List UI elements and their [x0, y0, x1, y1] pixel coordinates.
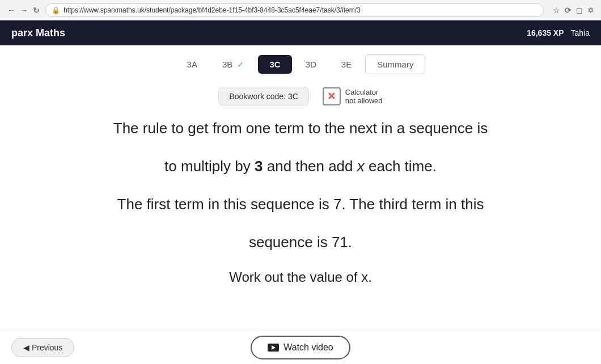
reload-icon[interactable]: ⟳ — [565, 6, 572, 15]
question-line4: sequence is 71. — [57, 231, 544, 253]
q-text-4b: . — [348, 234, 352, 251]
tab-navigation: 3A 3B ✓ 3C 3D 3E Summary — [0, 45, 601, 81]
lock-icon: 🔒 — [52, 6, 60, 14]
tab-3C[interactable]: 3C — [258, 55, 291, 74]
calc-line2: not allowed — [345, 96, 383, 105]
q-text-3a: The first term in this sequence is — [117, 196, 333, 213]
q-number-71: 71 — [332, 234, 348, 251]
app-title: parx Maths — [11, 27, 65, 39]
calculator-icon — [323, 87, 341, 105]
content-area: Bookwork code: 3C Calculator not allowed… — [0, 81, 601, 291]
extend-icon[interactable]: ✡ — [587, 6, 594, 15]
q-text-1: The rule to get from one term to the nex… — [113, 120, 488, 137]
app-header: parx Maths 16,635 XP Tahia — [0, 20, 601, 45]
previous-button[interactable]: ◀ Previous — [11, 338, 74, 357]
tab-3A[interactable]: 3A — [176, 55, 209, 74]
question-line3: The first term in this sequence is 7. Th… — [57, 193, 544, 215]
browser-bar: ← → ↻ 🔒 https://www.sparxmaths.uk/studen… — [0, 0, 601, 20]
browser-nav-icons: ← → ↻ — [7, 6, 41, 15]
address-bar[interactable]: 🔒 https://www.sparxmaths.uk/student/pack… — [45, 3, 544, 17]
url-text: https://www.sparxmaths.uk/student/packag… — [64, 6, 361, 14]
q-text-2a: to multiply by — [164, 158, 255, 175]
forward-button[interactable]: → — [19, 6, 28, 15]
watch-video-button[interactable]: Watch video — [251, 336, 350, 359]
calc-line1: Calculator — [345, 88, 383, 96]
bottom-bar: ◀ Previous Watch video — [0, 330, 601, 364]
tab-3B[interactable]: 3B ✓ — [211, 55, 256, 74]
star-icon[interactable]: ☆ — [553, 6, 560, 15]
q-text-2c: each time. — [365, 158, 437, 175]
video-icon — [268, 344, 279, 352]
back-button[interactable]: ← — [7, 6, 16, 15]
q-number-3: 3 — [255, 158, 263, 175]
tab-3E[interactable]: 3E — [330, 55, 363, 74]
calculator-status: Calculator not allowed — [323, 87, 383, 105]
bookwork-code: Bookwork code: 3C — [218, 87, 308, 106]
q-text-2b: and then add — [263, 158, 357, 175]
refresh-button[interactable]: ↻ — [32, 6, 41, 15]
q-text-4a: sequence is — [249, 234, 332, 251]
tab-3D[interactable]: 3D — [294, 55, 328, 74]
tab-icon[interactable]: ◻ — [576, 6, 583, 15]
question-line1: The rule to get from one term to the nex… — [57, 117, 544, 139]
header-right: 16,635 XP Tahia — [527, 28, 590, 37]
xp-display: 16,635 XP — [527, 28, 564, 37]
tab-3B-label: 3B — [222, 60, 232, 69]
watch-video-label: Watch video — [283, 342, 333, 353]
browser-action-icons: ☆ ⟳ ◻ ✡ — [553, 6, 594, 15]
work-out-label: Work out the value of x. — [229, 269, 372, 285]
q-text-3b: . The third term in this — [342, 196, 484, 213]
tab-summary[interactable]: Summary — [365, 54, 425, 74]
info-row: Bookwork code: 3C Calculator not allowed — [34, 87, 567, 106]
q-number-7: 7 — [333, 196, 341, 213]
question-line2: to multiply by 3 and then add x each tim… — [57, 155, 544, 177]
check-icon: ✓ — [235, 60, 244, 69]
question-area: The rule to get from one term to the nex… — [34, 117, 567, 285]
play-icon — [268, 344, 279, 352]
work-out-text: Work out the value of x. — [57, 269, 544, 285]
calculator-text: Calculator not allowed — [345, 88, 383, 105]
username-display: Tahia — [571, 28, 590, 37]
q-var-x: x — [357, 158, 365, 175]
